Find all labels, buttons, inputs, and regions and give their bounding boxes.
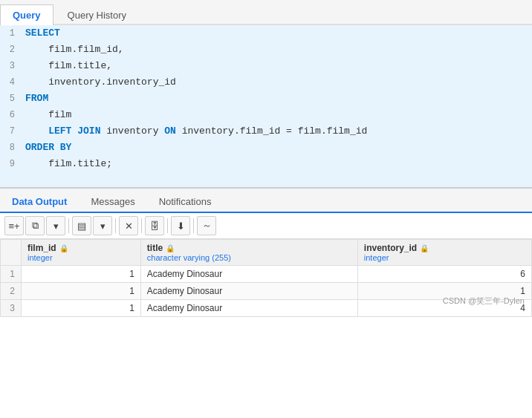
save-btn[interactable]: 🗄 bbox=[145, 216, 164, 235]
tab-messages[interactable]: Messages bbox=[79, 192, 146, 212]
column-header-title: title🔒character varying (255) bbox=[140, 240, 357, 266]
output-toolbar: ≡+⧉▾▤▾✕🗄⬇～ bbox=[0, 213, 532, 239]
code-line: 1SELECT bbox=[0, 25, 532, 42]
column-header-inventory_id: inventory_id🔒integer bbox=[357, 240, 531, 266]
query-tabs-bar: Query Query History bbox=[0, 0, 532, 25]
data-table-wrapper: film_id🔒integertitle🔒character varying (… bbox=[0, 239, 532, 317]
line-content: film.title, bbox=[22, 58, 532, 74]
row-number: 2 bbox=[1, 283, 22, 300]
code-line: 5FROM bbox=[0, 91, 532, 107]
code-line: 2 film.film_id, bbox=[0, 42, 532, 58]
tab-data-output[interactable]: Data Output bbox=[0, 192, 79, 213]
paste-btn[interactable]: ▤ bbox=[72, 216, 91, 235]
line-number: 8 bbox=[0, 140, 22, 156]
line-number: 4 bbox=[0, 74, 22, 91]
cell-title: Academy Dinosaur bbox=[140, 266, 357, 283]
lock-icon: 🔒 bbox=[166, 244, 175, 252]
code-line: 9 film.title; bbox=[0, 156, 532, 172]
toolbar-separator bbox=[115, 218, 116, 233]
copy-btn[interactable]: ⧉ bbox=[25, 216, 45, 235]
row-number: 1 bbox=[1, 266, 22, 283]
cell-film-id: 1 bbox=[22, 283, 141, 300]
code-editor[interactable]: 1SELECT2 film.film_id,3 film.title,4 inv… bbox=[0, 25, 532, 189]
col-name: inventory_id🔒 bbox=[364, 243, 525, 253]
add-row-btn[interactable]: ≡+ bbox=[4, 216, 24, 235]
toolbar-separator bbox=[68, 218, 69, 233]
row-num-header bbox=[1, 240, 22, 266]
line-content: ORDER BY bbox=[22, 140, 532, 156]
lock-icon: 🔒 bbox=[420, 244, 429, 252]
toolbar-separator bbox=[141, 218, 142, 233]
cell-film-id: 1 bbox=[22, 300, 141, 317]
line-number: 2 bbox=[0, 42, 22, 58]
line-number: 9 bbox=[0, 156, 22, 172]
line-content: LEFT JOIN inventory ON inventory.film_id… bbox=[22, 123, 532, 140]
code-line: 4 inventory.inventory_id bbox=[0, 74, 532, 91]
table-row: 11Academy Dinosaur6 bbox=[1, 266, 532, 283]
line-content: FROM bbox=[22, 91, 532, 107]
row-number: 3 bbox=[1, 300, 22, 317]
line-content: film bbox=[22, 107, 532, 123]
cell-film-id: 1 bbox=[22, 266, 141, 283]
line-number: 1 bbox=[0, 25, 22, 42]
column-header-film_id: film_id🔒integer bbox=[22, 240, 141, 266]
chart-btn[interactable]: ～ bbox=[197, 216, 216, 235]
line-content: film.title; bbox=[22, 156, 532, 172]
col-type: character varying (255) bbox=[147, 253, 351, 262]
delete-btn[interactable]: ✕ bbox=[119, 216, 138, 235]
col-type: integer bbox=[364, 253, 525, 262]
line-content: SELECT bbox=[22, 25, 532, 42]
download-btn[interactable]: ⬇ bbox=[171, 216, 190, 235]
copy-dropdown-btn[interactable]: ▾ bbox=[46, 216, 65, 235]
lock-icon: 🔒 bbox=[59, 244, 68, 252]
code-line: 7 LEFT JOIN inventory ON inventory.film_… bbox=[0, 123, 532, 140]
tab-query[interactable]: Query bbox=[0, 4, 53, 25]
code-line: 3 film.title, bbox=[0, 58, 532, 74]
tab-query-history[interactable]: Query History bbox=[55, 4, 139, 25]
cell-inventory-id: 6 bbox=[357, 266, 531, 283]
col-name: film_id🔒 bbox=[27, 243, 134, 253]
cell-title: Academy Dinosaur bbox=[140, 283, 357, 300]
toolbar-separator bbox=[167, 218, 168, 233]
line-number: 5 bbox=[0, 91, 22, 107]
line-number: 6 bbox=[0, 107, 22, 123]
paste-dropdown-btn[interactable]: ▾ bbox=[93, 216, 112, 235]
watermark: CSDN @笑三年-Dylen bbox=[443, 295, 525, 307]
code-line: 8ORDER BY bbox=[0, 140, 532, 156]
line-content: inventory.inventory_id bbox=[22, 74, 532, 91]
cell-title: Academy Dinosaur bbox=[140, 300, 357, 317]
line-content: film.film_id, bbox=[22, 42, 532, 58]
tab-notifications[interactable]: Notifications bbox=[147, 192, 224, 212]
line-number: 3 bbox=[0, 58, 22, 74]
code-line: 6 film bbox=[0, 107, 532, 123]
output-tabs-bar: Data Output Messages Notifications bbox=[0, 189, 532, 213]
col-name: title🔒 bbox=[147, 243, 351, 253]
toolbar-separator bbox=[193, 218, 194, 233]
line-number: 7 bbox=[0, 123, 22, 140]
col-type: integer bbox=[27, 253, 134, 262]
